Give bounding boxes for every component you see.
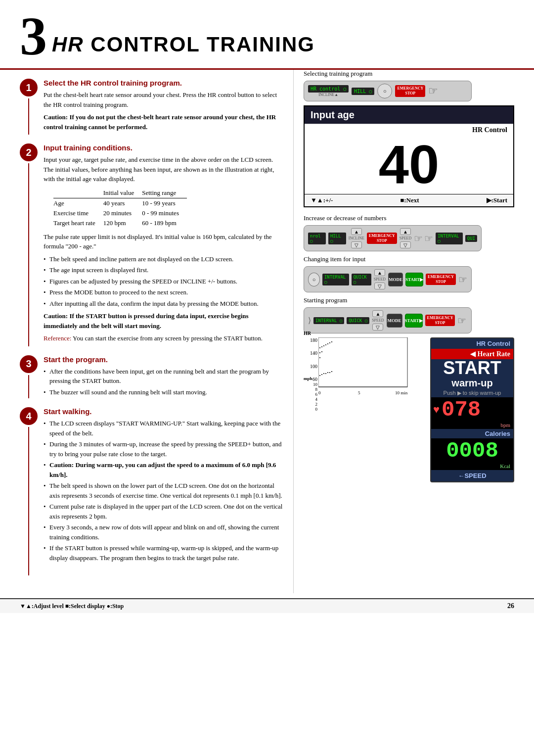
- svg-rect-14: [325, 373, 326, 374]
- panel4-speed-up[interactable]: ▲: [372, 310, 383, 317]
- bullet-5: After inputting all the data, confirm th…: [44, 299, 283, 309]
- step-4-bullets: The LCD screen displays "START WARMING-U…: [44, 419, 283, 563]
- panel4-speed-down[interactable]: ▽: [372, 324, 383, 331]
- panel2-speed-btns: ▲ SPEED ▽: [400, 228, 411, 248]
- panel1-hill-container: HILL ○: [352, 88, 374, 95]
- panel3-emergency-btn[interactable]: EMERGENCYSTOP: [426, 274, 456, 285]
- table-cell-exercise-initial: 20 minutes: [103, 208, 142, 218]
- y-label-140: 140: [304, 350, 317, 356]
- svg-rect-2: [319, 352, 320, 353]
- table-row-exercise: Exercise time 20 minutes 0 - 99 minutes: [53, 208, 187, 218]
- lcd-calories-value: 0008: [431, 438, 513, 463]
- table-cell-exercise-label: Exercise time: [53, 208, 103, 218]
- panel4-hand: ☞: [457, 315, 466, 327]
- step-1-caution-text: If you do not put the chest-belt heart r…: [44, 113, 276, 131]
- svg-rect-11: [319, 375, 320, 376]
- lcd-warmup-text: warm-up: [431, 377, 513, 389]
- step4-bullet-5: Current pulse rate is displayed in the u…: [44, 502, 283, 521]
- input-age-title: Input age: [305, 106, 513, 124]
- svg-rect-4: [321, 346, 322, 347]
- step-3-line: [28, 375, 29, 399]
- panel4-section: Starting program ⟩ INTERVAL ○ QUICK ○ ▲ …: [304, 296, 514, 333]
- svg-rect-9: [329, 342, 330, 343]
- input-age-number: 40: [305, 134, 513, 194]
- bullet-3: Figures can be adjusted by pressing the …: [44, 277, 283, 286]
- panel4-emergency-btn[interactable]: EMERGENCYSTOP: [425, 315, 455, 326]
- heart-icon: ♥: [431, 403, 442, 416]
- input-age-subheader: HR Control: [305, 124, 513, 134]
- graph-mph-label: mph: [304, 376, 312, 381]
- graph-hr-label: HR: [304, 331, 311, 336]
- panel2-hill-lcd: HILL ○: [328, 233, 346, 244]
- step-3-circle: 3: [20, 355, 38, 373]
- panel2-speed-up[interactable]: ▲: [400, 228, 411, 235]
- panel2-hand-icons: ☞ ☞: [414, 233, 433, 244]
- svg-rect-15: [327, 372, 328, 373]
- step-2-reference: Reference: You can start the exercise fr…: [44, 333, 283, 343]
- y-speed-2: 2: [304, 402, 317, 407]
- step-2-content: Input training conditions. Input your ag…: [44, 143, 283, 346]
- step-4-line: [28, 427, 29, 575]
- step-4-circle: 4: [20, 407, 38, 425]
- step-2-caution-text: If the START button is pressed during da…: [44, 312, 249, 330]
- y-label-100: 100: [304, 364, 317, 369]
- svg-rect-10: [331, 341, 332, 342]
- table-cell-hr-range: 60 - 189 bpm: [142, 218, 187, 228]
- panel3-start-btn[interactable]: START▶: [405, 273, 423, 286]
- title-rest: Control Training: [90, 33, 315, 56]
- lcd-panel: HR Control ◀ Heart Rate START warm-up Pu…: [430, 337, 514, 482]
- panel1-device: HR control ○ INCLINE▲ HILL ○ ○ EMERGENCY…: [304, 81, 472, 101]
- panel3-label: Changing item for input: [304, 255, 514, 263]
- panel4-start-btn[interactable]: START▶: [405, 314, 423, 328]
- step4-caution-label: Caution:: [49, 461, 75, 469]
- panel3-speed-down[interactable]: ▽: [374, 283, 385, 289]
- step4-bullet-7: If the START button is pressed while war…: [44, 543, 283, 563]
- lcd-speed-label: ←SPEED: [431, 470, 513, 481]
- step-1-body1: Put the chest-belt heart rate sensor aro…: [44, 90, 283, 109]
- panel2-incline-down[interactable]: ▽: [351, 241, 362, 248]
- panel2-label: Increase or decrease of numbers: [304, 214, 514, 222]
- panel2-incline-btns: ▲ INCLINE ▽: [349, 228, 364, 248]
- table-header-2: Setting range: [142, 188, 187, 198]
- step-1-circle: 1: [20, 79, 38, 96]
- panel2-hand2: ☞: [424, 233, 433, 244]
- panel2-hand1: ☞: [414, 233, 423, 244]
- panel1-emergency-btn[interactable]: EMERGENCYSTOP: [395, 85, 425, 96]
- step-2-bullets: The belt speed and incline pattern are n…: [44, 254, 283, 309]
- input-age-footer: ▼▲:+/- ■:Next ▶:Start: [305, 194, 513, 206]
- panel1-circle-btn[interactable]: ○: [377, 84, 392, 98]
- svg-rect-13: [323, 373, 324, 374]
- step-3-bullet-2: The buzzer will sound and the running be…: [44, 387, 283, 397]
- step-4-content: Start walking. The LCD screen displays "…: [44, 407, 283, 575]
- input-age-nav-3: ▶:Start: [487, 196, 508, 204]
- step-3-content: Start the program. After the conditions …: [44, 355, 283, 399]
- graph-svg: 0 5 10 min: [318, 337, 427, 417]
- panel4-mode-btn[interactable]: MODE: [387, 314, 402, 328]
- step-1-num-col: 1: [20, 79, 38, 135]
- table-header-1: Initial value: [103, 188, 142, 198]
- step-1-line: [28, 98, 29, 135]
- svg-rect-12: [321, 374, 322, 375]
- table-cell-age-initial: 40 years: [103, 198, 142, 208]
- svg-rect-1: [319, 347, 320, 348]
- graph-hr-y-axis: 180 140 100 60: [304, 337, 317, 382]
- panel2-incline-up[interactable]: ▲: [351, 228, 362, 235]
- table-cell-exercise-range: 0 - 99 minutes: [142, 208, 187, 218]
- right-column: Selecting training program HR control ○ …: [294, 70, 514, 593]
- svg-rect-16: [329, 372, 330, 373]
- step-4-num-col: 4: [20, 407, 38, 575]
- panel2-emergency-btn[interactable]: EMERGENCYSTOP: [367, 233, 397, 244]
- graph-speed-y-axis: 10 8 6 4 2 0: [304, 382, 317, 412]
- step-2-caution-label: Caution:: [44, 312, 68, 320]
- panel3-section: Changing item for input ○ INTERVAL ○ QUI…: [304, 255, 514, 292]
- svg-rect-3: [319, 357, 320, 358]
- input-age-box: Input age HR Control 40 ▼▲:+/- ■:Next ▶:…: [304, 105, 514, 207]
- panel3-circle-btn[interactable]: ○: [308, 273, 320, 286]
- panel4-interval-lcd: INTERVAL ○: [313, 317, 344, 324]
- panel2-section: Increase or decrease of numbers nrol ○ H…: [304, 214, 514, 251]
- panel3-mode-btn[interactable]: MODE: [388, 273, 403, 286]
- input-age-nav-2: ■:Next: [400, 196, 419, 204]
- panel3-speed-up[interactable]: ▲: [374, 269, 385, 276]
- panel2-speed-down[interactable]: ▽: [400, 241, 411, 248]
- panel4-device: ⟩ INTERVAL ○ QUICK ○ ▲ SPEED ▽ MODE STAR…: [304, 307, 472, 333]
